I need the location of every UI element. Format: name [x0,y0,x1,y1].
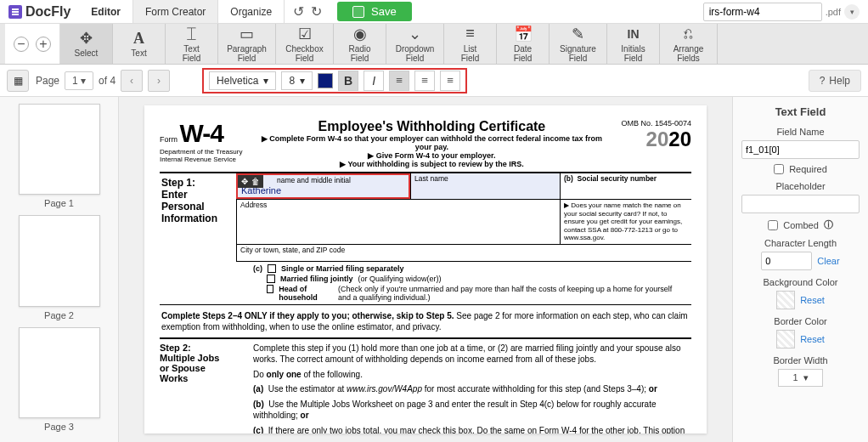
thumbnail-label: Page 1 [44,198,74,208]
name-match-note: ▶ Does your name match the name on your … [560,199,691,244]
move-icon[interactable]: ✥ [241,177,248,186]
tab-organize[interactable]: Organize [218,0,285,23]
document-page: Form W-4 Department of the Treasury Inte… [144,105,707,434]
border-color-swatch[interactable] [776,330,795,348]
city-field[interactable]: City or town, state, and ZIP code [236,244,691,261]
align-center[interactable]: ≡ [414,71,435,91]
file-extension: .pdf [826,7,841,17]
address-field[interactable]: Address [236,199,560,244]
italic-button[interactable]: I [364,71,384,91]
thumbnail-label: Page 3 [44,422,74,432]
filename-input[interactable] [703,3,822,21]
tool-radio-field[interactable]: ◉Radio Field [334,24,386,64]
help-icon: ? [820,75,826,87]
thumbnail[interactable] [19,104,100,195]
next-page[interactable]: › [148,70,170,92]
required-checkbox[interactable] [774,164,784,174]
save-button[interactable]: Save [337,2,412,21]
properties-panel: Text Field Field Name Required Placehold… [732,97,868,442]
char-length-input[interactable] [761,252,812,270]
save-icon [352,6,364,18]
doc-title: Employee's Withholding Certificate [252,119,611,134]
info-icon[interactable]: ⓘ [824,218,833,231]
checkbox-hoh[interactable] [267,285,273,293]
delete-icon[interactable]: 🗑 [251,177,260,186]
text-format-toolbar: Helvetica ▾ 8 ▾ B I ≡ ≡ ≡ [202,68,467,94]
border-width-select[interactable]: 1 ▾ [778,369,822,387]
help-button[interactable]: ? Help [809,70,861,92]
tool-signature-field[interactable]: ✎Signature Field [550,24,607,64]
tab-form-creator[interactable]: Form Creator [133,0,218,23]
page-label: Page [36,75,59,87]
panel-title: Text Field [741,105,860,118]
field-handle[interactable]: ✥ 🗑 [238,175,263,188]
tool-date-field[interactable]: 📅Date Field [497,24,550,64]
tool-arrange-fields[interactable]: ⎌Arrange Fields [660,24,718,64]
tool-checkbox-field[interactable]: ☑Checkbox Field [276,24,334,64]
instructions: Complete Steps 2–4 ONLY if they apply to… [160,305,691,337]
placeholder-input[interactable] [741,195,860,213]
ssn-field[interactable]: (b) Social security number [560,173,691,199]
thumbnail-label: Page 2 [44,310,74,320]
document-canvas[interactable]: Form W-4 Department of the Treasury Inte… [119,97,732,442]
filename-menu[interactable]: ▾ [844,4,860,20]
align-left[interactable]: ≡ [389,71,409,91]
tool-select[interactable]: ✥Select [60,24,113,64]
bold-button[interactable]: B [338,71,358,91]
tab-editor[interactable]: Editor [79,0,133,23]
checkbox-married[interactable] [267,275,275,283]
font-color[interactable] [318,73,333,88]
bg-reset[interactable]: Reset [800,295,825,305]
align-right[interactable]: ≡ [440,71,460,91]
thumbnail[interactable] [19,215,100,306]
combed-checkbox[interactable] [768,220,778,230]
thumbnail[interactable] [19,327,100,418]
font-select[interactable]: Helvetica ▾ [209,71,276,90]
tool-paragraph-field[interactable]: ▭Paragraph Field [218,24,276,64]
redo-icon[interactable]: ↻ [311,3,322,20]
tool-initials-field[interactable]: INInitials Field [607,24,660,64]
bg-color-swatch[interactable] [776,291,795,309]
tool-list-field[interactable]: ≡List Field [444,24,497,64]
last-name-field[interactable]: Last name [410,173,560,199]
clear-link[interactable]: Clear [817,256,839,266]
prev-page[interactable]: ‹ [121,70,143,92]
font-size-select[interactable]: 8 ▾ [281,71,313,90]
zoom-in-icon[interactable]: + [36,37,51,52]
field-name-input[interactable] [741,140,860,159]
checkbox-single[interactable] [268,264,276,273]
logo-icon [8,5,22,19]
tool-dropdown-field[interactable]: ⌄Dropdown Field [386,24,444,64]
tool-text-field[interactable]: ⌶Text Field [166,24,218,64]
thumbnail-panel: Page 1 Page 2 Page 3 [0,97,119,442]
page-select[interactable]: 1 ▾ [65,71,93,90]
first-name-field[interactable]: ✥ 🗑 name and middle initial [236,173,410,199]
zoom-out-icon[interactable]: − [14,37,29,52]
app-logo: DocFly [0,4,79,20]
border-reset[interactable]: Reset [800,334,825,344]
thumbnails-toggle[interactable]: ▦ [7,70,29,92]
first-name-input[interactable] [238,185,409,197]
page-total: of 4 [99,75,116,87]
undo-icon[interactable]: ↺ [293,3,304,20]
tool-text[interactable]: AText [113,24,166,64]
